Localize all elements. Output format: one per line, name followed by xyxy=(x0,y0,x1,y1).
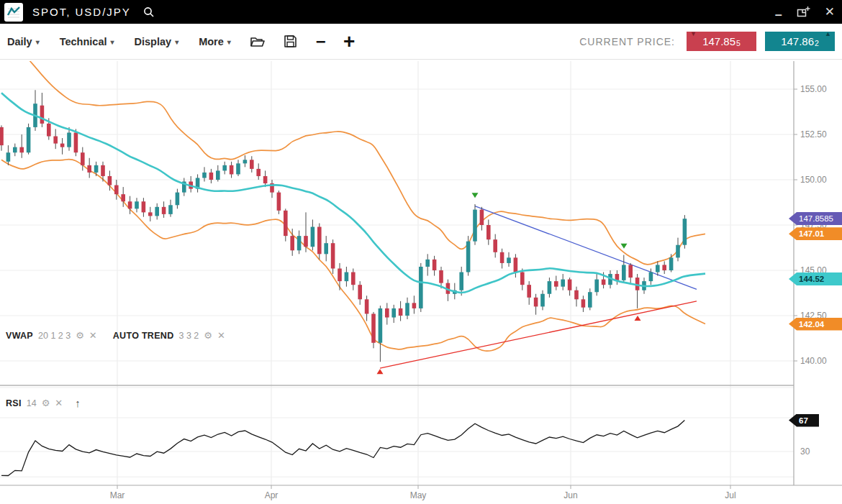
zoom-out-button[interactable]: − xyxy=(316,35,326,49)
svg-text:30: 30 xyxy=(800,446,810,457)
indicator-legend-vwap: VWAP 20 1 2 3 ⚙ ✕ xyxy=(6,330,97,341)
arrow-down-icon: ▼ xyxy=(690,30,697,37)
indicator-legend-autotrend: AUTO TREND 3 3 2 ⚙ ✕ xyxy=(113,330,225,341)
ask-price-box[interactable]: ▲ 147.86 2 xyxy=(765,32,835,51)
price-axis-badge: 144.52 xyxy=(789,272,842,285)
svg-text:May: May xyxy=(410,490,427,500)
price-axis-badge: 142.04 xyxy=(789,318,842,331)
chevron-down-icon: ▾ xyxy=(36,38,40,46)
price-axis-badge: 147.01 xyxy=(789,227,842,240)
indicator-legend-rsi: RSI 14 ⚙ ✕ ↑ xyxy=(6,397,81,409)
bid-price-value: 147.85 xyxy=(702,35,735,47)
vwap-label: VWAP xyxy=(6,331,33,341)
vwap-params: 20 1 2 3 xyxy=(38,331,71,341)
menu-display-label: Display xyxy=(135,36,172,47)
menu-daily[interactable]: Daily ▾ xyxy=(7,36,40,47)
close-icon[interactable]: ✕ xyxy=(89,330,97,341)
autotrend-params: 3 3 2 xyxy=(178,331,199,341)
svg-text:140.00: 140.00 xyxy=(800,356,827,366)
title-bar: SPOT, USD/JPY – ✕ xyxy=(0,0,842,24)
current-price-label: CURRENT PRICE: xyxy=(579,36,675,47)
bid-price-pip: 5 xyxy=(736,39,741,47)
ask-price-pip: 2 xyxy=(815,39,819,47)
chevron-down-icon: ▾ xyxy=(227,38,231,46)
svg-text:150.00: 150.00 xyxy=(800,175,827,185)
menu-more[interactable]: More ▾ xyxy=(199,36,231,47)
menu-display[interactable]: Display ▾ xyxy=(135,36,179,47)
svg-text:Jun: Jun xyxy=(563,490,577,500)
main-indicator-legends: VWAP 20 1 2 3 ⚙ ✕ AUTO TREND 3 3 2 ⚙ ✕ xyxy=(6,330,225,341)
zoom-in-button[interactable]: + xyxy=(343,35,355,49)
open-folder-icon[interactable] xyxy=(250,35,265,48)
close-icon[interactable]: ✕ xyxy=(217,330,225,341)
svg-text:Jul: Jul xyxy=(725,490,735,500)
menu-more-label: More xyxy=(199,36,224,47)
app-logo-icon xyxy=(4,3,23,22)
menu-technical[interactable]: Technical ▾ xyxy=(60,36,114,47)
chevron-down-icon: ▾ xyxy=(111,38,114,46)
rsi-indicator-legend: RSI 14 ⚙ ✕ ↑ xyxy=(6,397,81,409)
close-button[interactable]: ✕ xyxy=(825,4,835,19)
gear-icon[interactable]: ⚙ xyxy=(42,398,50,408)
trading-app-window: MarAprMayJunJul155.00152.50150.00147.501… xyxy=(0,0,842,504)
arrow-up-icon: ▲ xyxy=(825,30,831,37)
gear-icon[interactable]: ⚙ xyxy=(76,330,84,341)
chevron-down-icon: ▾ xyxy=(175,38,178,46)
price-chart-canvas[interactable]: MarAprMayJunJul155.00152.50150.00147.501… xyxy=(0,0,842,504)
svg-text:152.50: 152.50 xyxy=(800,129,827,139)
gear-icon[interactable]: ⚙ xyxy=(204,330,212,341)
menu-technical-label: Technical xyxy=(60,36,107,47)
svg-text:Apr: Apr xyxy=(265,490,279,500)
move-pane-up-icon[interactable]: ↑ xyxy=(75,397,81,409)
ask-price-value: 147.86 xyxy=(781,35,814,47)
price-axis-badge: 147.8585 xyxy=(789,212,842,225)
menu-daily-label: Daily xyxy=(7,36,32,47)
save-icon[interactable] xyxy=(284,35,297,48)
close-icon[interactable]: ✕ xyxy=(55,398,63,408)
window-title: SPOT, USD/JPY xyxy=(32,6,131,18)
rsi-params: 14 xyxy=(27,398,37,408)
search-icon[interactable] xyxy=(142,6,155,19)
bid-price-box[interactable]: ▼ 147.85 5 xyxy=(687,32,756,51)
toolbar: Daily ▾ Technical ▾ Display ▾ More ▾ xyxy=(0,24,842,60)
autotrend-label: AUTO TREND xyxy=(113,331,174,341)
minimize-button[interactable]: – xyxy=(775,11,782,18)
svg-text:Mar: Mar xyxy=(110,490,125,500)
rsi-label: RSI xyxy=(6,398,22,408)
svg-text:155.00: 155.00 xyxy=(800,84,827,94)
popout-window-button[interactable] xyxy=(797,6,810,18)
